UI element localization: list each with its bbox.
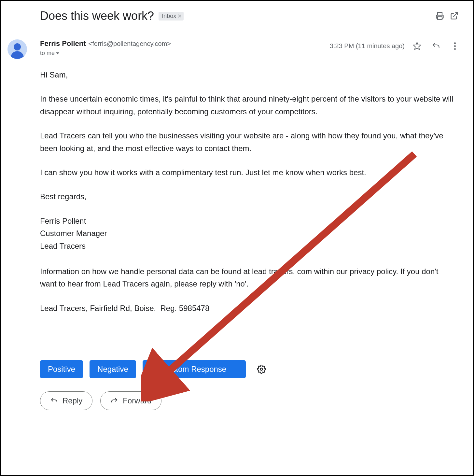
inbox-label-chip[interactable]: Inbox ✕ — [159, 12, 184, 21]
avatar[interactable] — [7, 39, 27, 59]
open-new-window-icon[interactable] — [447, 9, 461, 23]
reply-button[interactable]: Reply — [40, 391, 92, 410]
signature-company: Lead Tracers — [40, 240, 457, 252]
body-address: Lead Tracers, Fairfield Rd, Boise. Reg. … — [40, 302, 457, 315]
signature-title: Customer Manager — [40, 227, 457, 240]
body-greeting: Hi Sam, — [40, 69, 457, 81]
timestamp: 3:23 PM (11 minutes ago) — [330, 42, 405, 50]
chevron-down-icon — [56, 52, 59, 54]
svg-point-1 — [260, 368, 263, 371]
body-footer: Information on how we handle personal da… — [40, 265, 457, 290]
negative-button[interactable]: Negative — [90, 360, 136, 378]
body-signoff: Best regards, — [40, 190, 457, 203]
reply-label: Reply — [63, 396, 82, 405]
gear-icon[interactable] — [256, 363, 267, 375]
custom-response-button[interactable]: Custom Response — [143, 360, 246, 378]
to-text: to me — [40, 50, 55, 57]
inbox-label-text: Inbox — [162, 13, 176, 20]
sender-email: <ferris@pollentagency.com> — [89, 40, 171, 48]
body-para: In these uncertain economic times, it's … — [40, 93, 457, 118]
star-icon[interactable] — [411, 39, 424, 52]
remove-label-icon[interactable]: ✕ — [177, 13, 182, 19]
forward-label: Forward — [123, 396, 151, 405]
print-icon[interactable] — [433, 9, 447, 23]
email-body: Hi Sam, In these uncertain economic time… — [40, 69, 457, 315]
body-para: Lead Tracers can tell you who the busine… — [40, 130, 457, 155]
signature-name: Ferris Pollent — [40, 215, 457, 227]
to-recipient[interactable]: to me — [40, 50, 330, 57]
svg-marker-0 — [413, 42, 421, 49]
body-para: I can show you how it works with a compl… — [40, 166, 457, 179]
forward-button[interactable]: Forward — [100, 391, 161, 410]
sender-name: Ferris Pollent — [40, 39, 86, 48]
positive-button[interactable]: Positive — [40, 360, 83, 378]
response-actions: Positive Negative Custom Response — [40, 360, 461, 378]
reply-forward-row: Reply Forward — [40, 391, 461, 410]
email-subject: Does this week work? — [40, 9, 154, 23]
email-header: Does this week work? Inbox ✕ — [7, 9, 461, 23]
more-icon[interactable] — [448, 39, 461, 52]
sender-row: Ferris Pollent <ferris@pollentagency.com… — [7, 39, 461, 59]
email-view: Does this week work? Inbox ✕ Ferris Poll… — [0, 0, 474, 476]
reply-icon[interactable] — [429, 39, 442, 52]
